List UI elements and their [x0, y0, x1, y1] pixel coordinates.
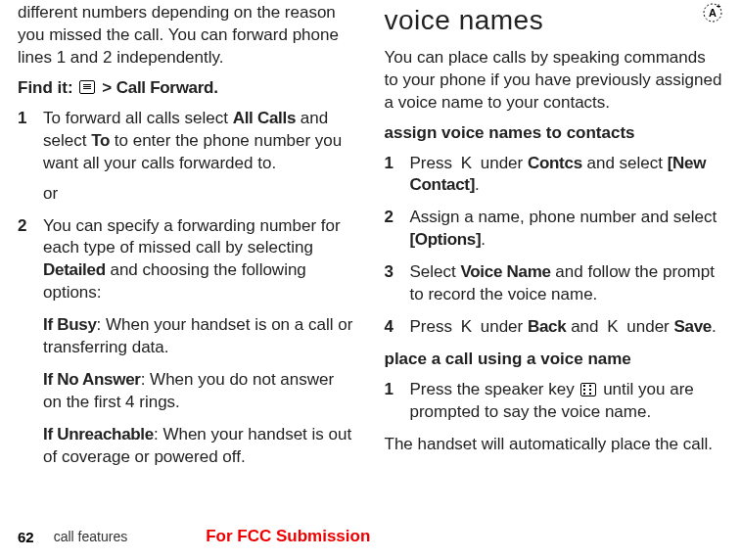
find-it-label: Find it:	[18, 78, 73, 97]
a1-contcs: Contcs	[528, 154, 582, 172]
place-end-text: The handset will automatically place the…	[385, 434, 724, 456]
step1-to: To	[91, 131, 110, 150]
a2-post: .	[481, 230, 486, 249]
a4-save: Save	[674, 317, 713, 336]
a3-pre: Select	[410, 262, 461, 281]
a4-mid2: and	[566, 317, 603, 336]
step1-pre: To forward all calls select	[43, 109, 233, 127]
a1-mid: under	[476, 154, 528, 172]
place-steps: Press the speaker key until you are prom…	[385, 379, 724, 424]
a1-softkey: K	[457, 153, 476, 175]
ifbusy-label: If Busy	[43, 315, 97, 334]
assign-step-3: Select Voice Name and follow the prompt …	[385, 261, 724, 306]
fcc-notice: For FCC Submission	[206, 527, 370, 546]
a4-post: .	[712, 317, 717, 336]
left-step-1: To forward all calls select All Calls an…	[18, 108, 357, 206]
left-step-2: You can specify a forwarding number for …	[18, 215, 357, 469]
a1-mid2: and select	[582, 154, 668, 172]
ifunreachable-label: If Unreachable	[43, 425, 154, 443]
a4-softkey1: K	[457, 316, 476, 339]
a1-post: .	[475, 175, 480, 194]
left-intro-text: different numbers depending on the reaso…	[18, 2, 357, 70]
a4-mid3: under	[623, 317, 674, 336]
assign-heading: assign voice names to contacts	[385, 122, 724, 145]
step1-allcalls: All Calls	[233, 109, 296, 127]
a2-options: [Options]	[410, 230, 482, 249]
a3-voicename: Voice Name	[460, 262, 550, 281]
feature-badge-icon: A +	[702, 2, 723, 30]
a2-pre: Assign a name, phone number and select	[410, 208, 718, 226]
step2-ifbusy: If Busy: When your handset is on a call …	[43, 314, 357, 359]
find-it-item: Call Forward	[116, 78, 213, 97]
ifnoanswer-label: If No Answer	[43, 370, 141, 389]
page-footer: 62 call features For FCC Submission	[18, 527, 723, 560]
assign-step-4: Press K under Back and K under Save.	[385, 316, 724, 339]
left-steps: To forward all calls select All Calls an…	[18, 108, 357, 469]
assign-step-1: Press K under Contcs and select [New Con…	[385, 153, 724, 198]
assign-steps: Press K under Contcs and select [New Con…	[385, 153, 724, 340]
a4-back: Back	[528, 317, 566, 336]
svg-text:+: +	[717, 2, 721, 11]
place-step-1: Press the speaker key until you are prom…	[385, 379, 724, 424]
step1-or: or	[43, 183, 357, 206]
find-it-dot: .	[213, 78, 218, 97]
speaker-icon	[580, 383, 596, 397]
a4-mid: under	[476, 317, 528, 336]
a4-softkey2: K	[603, 316, 622, 339]
find-it-line: Find it: > Call Forward.	[18, 77, 357, 100]
step2-pre: You can specify a forwarding number for …	[43, 216, 341, 257]
section-label: call features	[54, 529, 127, 544]
p1-pre: Press the speaker key	[410, 380, 579, 398]
voice-names-heading: voice names	[385, 2, 703, 39]
left-column: different numbers depending on the reaso…	[18, 2, 357, 527]
page-number: 62	[18, 529, 34, 545]
a1-pre: Press	[410, 154, 457, 172]
step2-ifunreachable: If Unreachable: When your handset is out…	[43, 424, 357, 469]
place-call-heading: place a call using a voice name	[385, 349, 724, 371]
right-column: voice names A + You can place calls by s…	[385, 2, 724, 527]
step2-ifnoanswer: If No Answer: When you do not answer on …	[43, 369, 357, 414]
voice-intro: You can place calls by speaking commands…	[385, 47, 724, 115]
a4-pre: Press	[410, 317, 457, 336]
assign-step-2: Assign a name, phone number and select […	[385, 207, 724, 252]
menu-icon	[79, 80, 95, 94]
find-it-sep: >	[102, 78, 112, 97]
step2-detailed: Detailed	[43, 260, 106, 279]
